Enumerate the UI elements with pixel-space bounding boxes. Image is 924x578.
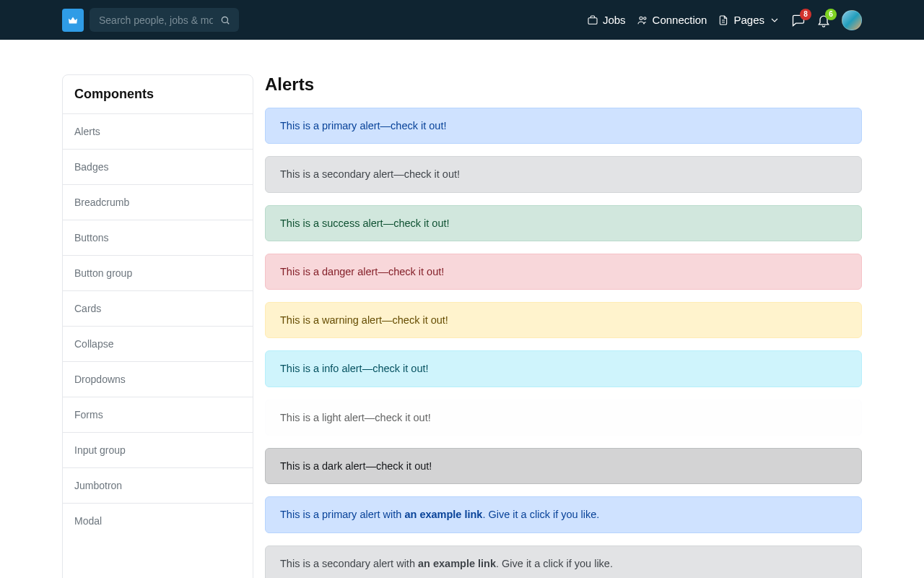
search-input[interactable] bbox=[90, 8, 239, 32]
messages-badge: 8 bbox=[800, 9, 811, 20]
nav-connection-label: Connection bbox=[653, 14, 707, 26]
file-icon bbox=[718, 14, 729, 26]
sidebar-header: Components bbox=[63, 75, 253, 114]
briefcase-icon bbox=[587, 14, 598, 26]
alert-text: . Give it a click if you like. bbox=[496, 558, 613, 569]
sidebar-item-jumbotron[interactable]: Jumbotron bbox=[63, 468, 253, 504]
sidebar-item-breadcrumb[interactable]: Breadcrumb bbox=[63, 185, 253, 220]
sidebar-item-dropdowns[interactable]: Dropdowns bbox=[63, 362, 253, 397]
page-title: Alerts bbox=[265, 74, 862, 95]
alert-secondary-link: This is a secondary alert with an exampl… bbox=[265, 545, 862, 578]
alert-text: . Give it a click if you like. bbox=[482, 509, 599, 520]
sidebar-item-buttons[interactable]: Buttons bbox=[63, 220, 253, 256]
messages-button[interactable]: 8 bbox=[791, 13, 806, 27]
alert-text: This is a secondary alert with bbox=[280, 558, 418, 569]
sidebar-item-modal[interactable]: Modal bbox=[63, 504, 253, 538]
sidebar-item-input-group[interactable]: Input group bbox=[63, 433, 253, 468]
nav-jobs[interactable]: Jobs bbox=[587, 14, 626, 26]
search-wrap bbox=[90, 8, 239, 32]
sidebar-item-collapse[interactable]: Collapse bbox=[63, 327, 253, 362]
sidebar-item-alerts[interactable]: Alerts bbox=[63, 114, 253, 150]
sidebar-item-cards[interactable]: Cards bbox=[63, 291, 253, 327]
container: Components Alerts Badges Breadcrumb Butt… bbox=[0, 40, 924, 578]
notifications-button[interactable]: 6 bbox=[816, 13, 831, 27]
nav-connection[interactable]: Connection bbox=[637, 14, 707, 26]
svg-point-0 bbox=[222, 17, 227, 22]
alert-success: This is a success alert—check it out! bbox=[265, 205, 862, 241]
alert-warning: This is a warning alert—check it out! bbox=[265, 302, 862, 338]
sidebar: Components Alerts Badges Breadcrumb Butt… bbox=[62, 74, 253, 578]
svg-point-2 bbox=[640, 17, 642, 20]
alert-info: This is a info alert—check it out! bbox=[265, 350, 862, 387]
crown-icon bbox=[66, 14, 79, 27]
main: Alerts This is a primary alert—check it … bbox=[265, 74, 862, 578]
logo[interactable] bbox=[62, 9, 84, 32]
alert-example-link[interactable]: an example link bbox=[404, 509, 482, 520]
nav-jobs-label: Jobs bbox=[603, 14, 626, 26]
notifications-badge: 6 bbox=[825, 9, 837, 20]
avatar[interactable] bbox=[842, 10, 862, 30]
svg-point-3 bbox=[643, 17, 645, 19]
alert-danger: This is a danger alert—check it out! bbox=[265, 254, 862, 290]
search-icon bbox=[220, 15, 230, 25]
alert-primary: This is a primary alert—check it out! bbox=[265, 108, 862, 144]
alert-example-link[interactable]: an example link bbox=[418, 558, 496, 569]
alert-text: This is a primary alert with bbox=[280, 509, 404, 520]
sidebar-item-badges[interactable]: Badges bbox=[63, 150, 253, 185]
users-icon bbox=[637, 14, 648, 26]
chevron-down-icon bbox=[769, 14, 780, 26]
nav-links: Jobs Connection Pages 8 6 bbox=[587, 10, 862, 30]
navbar: Jobs Connection Pages 8 6 bbox=[0, 0, 924, 40]
alert-light: This is a light alert—check it out! bbox=[265, 400, 862, 436]
sidebar-item-forms[interactable]: Forms bbox=[63, 397, 253, 433]
alert-primary-link: This is a primary alert with an example … bbox=[265, 496, 862, 532]
sidebar-item-button-group[interactable]: Button group bbox=[63, 256, 253, 291]
alert-secondary: This is a secondary alert—check it out! bbox=[265, 156, 862, 192]
alert-dark: This is a dark alert—check it out! bbox=[265, 448, 862, 484]
nav-pages-label: Pages bbox=[733, 14, 764, 26]
svg-rect-1 bbox=[588, 17, 597, 24]
nav-pages[interactable]: Pages bbox=[718, 14, 780, 26]
